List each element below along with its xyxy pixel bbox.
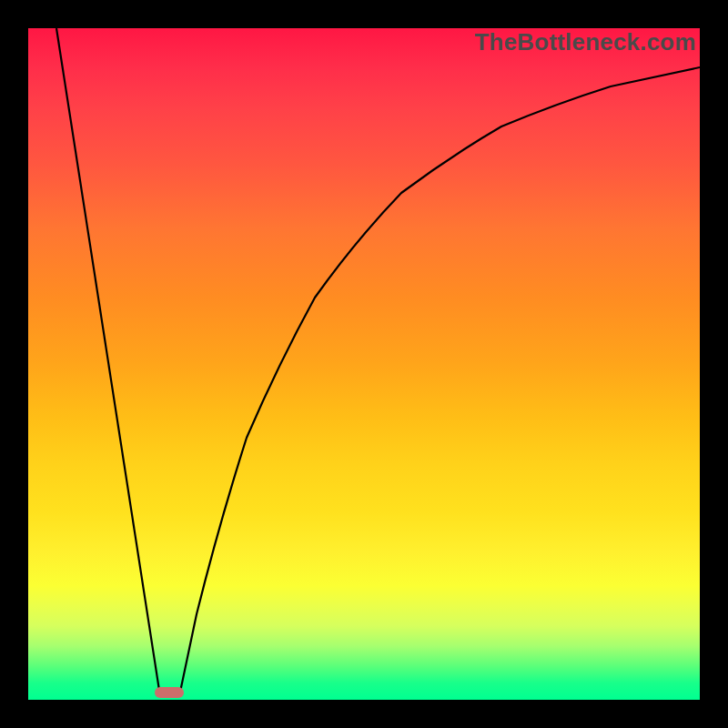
optimal-marker <box>155 687 184 698</box>
curve-right-branch <box>179 67 700 696</box>
curve-left-branch <box>56 28 160 696</box>
plot-area: TheBottleneck.com <box>28 28 700 700</box>
bottleneck-curve <box>28 28 700 700</box>
